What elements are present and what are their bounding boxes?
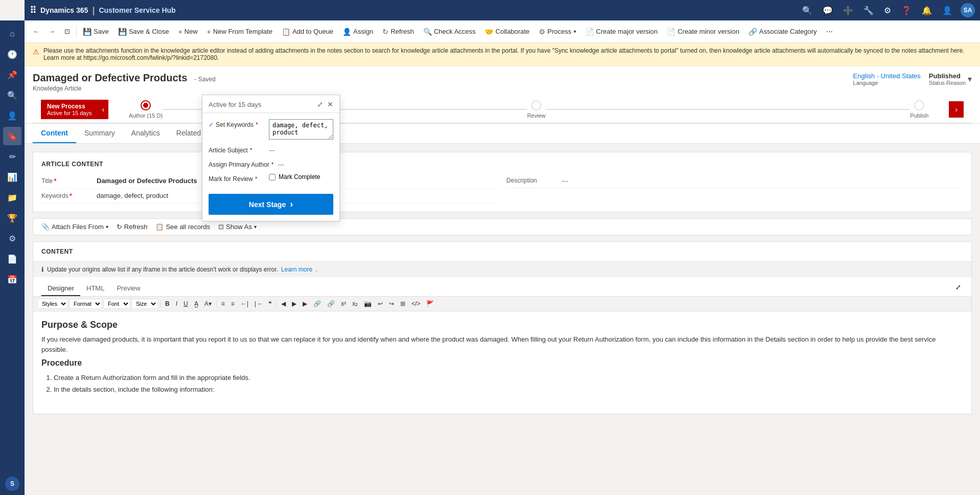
sidebar-icon-contacts[interactable]: 👤 [3, 106, 21, 125]
bold-button[interactable]: B [163, 299, 172, 309]
learn-more-link[interactable]: Learn more [281, 266, 312, 273]
undo-button[interactable]: ↩ [375, 299, 385, 309]
bullet-list-button[interactable]: ≡ [219, 299, 227, 309]
create-minor-button[interactable]: 📄 Create minor version [663, 26, 743, 38]
sidebar-icon-gear[interactable]: ⚙ [3, 229, 21, 248]
see-all-records-button[interactable]: 📋 See all records [155, 223, 210, 231]
detach-button[interactable]: ⊡ [60, 26, 74, 37]
next-stage-button[interactable]: Next Stage › [209, 194, 333, 215]
process-button[interactable]: ⚙ Process ▾ [535, 26, 580, 38]
indent-button[interactable]: |→ [252, 299, 265, 309]
grid-icon[interactable]: ⠿ [30, 5, 36, 16]
superscript-button[interactable]: x² [338, 299, 349, 309]
tab-analytics[interactable]: Analytics [123, 124, 168, 143]
popup-field-keywords: ✓ Set Keywords * damage, defect, product [209, 119, 333, 140]
popup-close-button[interactable]: ✕ [327, 100, 333, 108]
sidebar-icon-trophy[interactable]: 🏆 [3, 209, 21, 227]
process-nav-right-button[interactable]: › [949, 101, 964, 118]
show-as-button[interactable]: ⊡ Show As ▾ [218, 223, 257, 231]
sidebar-icon-pin[interactable]: 📌 [3, 65, 21, 84]
process-step-publish[interactable]: Publish [910, 100, 928, 119]
status-dropdown-button[interactable]: ▾ [968, 74, 972, 84]
sidebar-icon-search[interactable]: 🔍 [3, 86, 21, 104]
save-button[interactable]: 💾 Save [79, 26, 113, 38]
refresh-button[interactable]: ↻ Refresh [378, 26, 418, 38]
redo-button[interactable]: ↪ [386, 299, 397, 309]
nav-separator: | [92, 5, 95, 16]
font-color-button[interactable]: A▾ [202, 299, 214, 309]
subject-value[interactable]: --- [269, 145, 275, 154]
back-button[interactable]: ← [29, 26, 43, 37]
review-checkbox[interactable] [269, 174, 276, 181]
ordered-list-button[interactable]: ≡ [229, 299, 237, 309]
tab-summary[interactable]: Summary [76, 124, 123, 143]
sidebar-icon-bookmark[interactable]: 🔖 [3, 127, 21, 145]
editor-expand-btn[interactable]: ⤢ [953, 281, 963, 296]
collaborate-button[interactable]: 🤝 Collaborate [481, 26, 534, 38]
new-button[interactable]: + New [174, 26, 201, 38]
notes-refresh-button[interactable]: ↻ Refresh [117, 223, 148, 231]
underline-button[interactable]: U [181, 299, 191, 309]
new-from-template-button[interactable]: + New From Template [203, 26, 277, 38]
forward-button[interactable]: → [44, 26, 59, 37]
process-nav-left-button[interactable]: ‹ [98, 100, 108, 119]
language-link[interactable]: English - United States [853, 72, 921, 80]
process-step-author[interactable]: Author (15 D) [129, 100, 163, 119]
associate-category-button[interactable]: 🔗 Associate Category [744, 26, 821, 38]
check-access-button[interactable]: 🔍 Check Access [419, 26, 480, 38]
more-button[interactable]: ⋯ [822, 26, 837, 37]
assign-button[interactable]: 👤 Assign [338, 26, 377, 38]
sidebar-icon-chart[interactable]: 📊 [3, 168, 21, 186]
highlight-button[interactable]: A̲ [192, 299, 201, 309]
format-select[interactable]: Format [69, 299, 102, 309]
editor-tab-preview[interactable]: Preview [110, 281, 146, 296]
align-left-button[interactable]: ◀ [279, 299, 288, 309]
right-fields: Description --- [507, 174, 964, 204]
flag-button[interactable]: 🚩 [424, 299, 437, 309]
chat-btn[interactable]: 💬 [821, 4, 835, 17]
blockquote-button[interactable]: ❝ [266, 299, 274, 309]
popup-expand-button[interactable]: ⤢ [317, 100, 323, 108]
notification-btn[interactable]: 🔔 [920, 4, 934, 17]
align-right-button[interactable]: ▶ [300, 299, 310, 309]
sidebar-icon-pencil[interactable]: ✏ [3, 147, 21, 166]
process-stage-label[interactable]: New Process Active for 15 days [41, 100, 98, 119]
subscript-button[interactable]: x₂ [350, 299, 360, 309]
avatar[interactable]: SA [961, 3, 975, 17]
code-button[interactable]: </> [409, 299, 423, 309]
font-select[interactable]: Font [103, 299, 130, 309]
link-button[interactable]: 🔗 [311, 299, 324, 309]
align-center-button[interactable]: ▶ [289, 299, 299, 309]
size-select[interactable]: Size [131, 299, 158, 309]
create-major-button[interactable]: 📄 Create major version [581, 26, 662, 38]
filter-btn[interactable]: 🔧 [861, 4, 876, 17]
save-close-button[interactable]: 💾 Save & Close [114, 26, 173, 38]
sidebar-icon-recent[interactable]: 🕐 [3, 45, 21, 63]
sidebar-icon-folder[interactable]: 📁 [3, 188, 21, 207]
italic-button[interactable]: I [173, 299, 180, 309]
help-btn[interactable]: ❓ [899, 4, 914, 17]
author-value[interactable]: --- [278, 159, 284, 168]
add-btn[interactable]: ➕ [841, 4, 855, 17]
description-value[interactable]: --- [562, 177, 964, 185]
settings-btn[interactable]: ⚙ [882, 4, 893, 17]
tab-content[interactable]: Content [33, 124, 76, 143]
add-to-queue-button[interactable]: 📋 Add to Queue [278, 26, 337, 38]
process-step-review[interactable]: Review [527, 100, 545, 119]
image-button[interactable]: 📷 [361, 299, 374, 309]
table-button[interactable]: ⊞ [398, 299, 408, 309]
editor-tab-html[interactable]: HTML [80, 281, 110, 296]
queue-icon: 📋 [282, 28, 290, 36]
keywords-input[interactable]: damage, defect, product [269, 119, 333, 140]
editor-content[interactable]: Purpose & Scope If you receive damaged p… [33, 311, 971, 414]
user-btn[interactable]: 👤 [940, 4, 954, 17]
sidebar-icon-document[interactable]: 📄 [3, 250, 21, 268]
styles-select[interactable]: Styles [37, 299, 68, 309]
sidebar-icon-calendar[interactable]: 📅 [3, 270, 21, 288]
attach-files-button[interactable]: 📎 Attach Files From ▾ [41, 223, 108, 231]
sidebar-icon-home[interactable]: ⌂ [3, 25, 21, 43]
outdent-button[interactable]: ←| [238, 299, 251, 309]
editor-tab-designer[interactable]: Designer [41, 281, 80, 296]
search-btn[interactable]: 🔍 [800, 4, 814, 17]
unlink-button[interactable]: 🔗 [325, 299, 337, 309]
